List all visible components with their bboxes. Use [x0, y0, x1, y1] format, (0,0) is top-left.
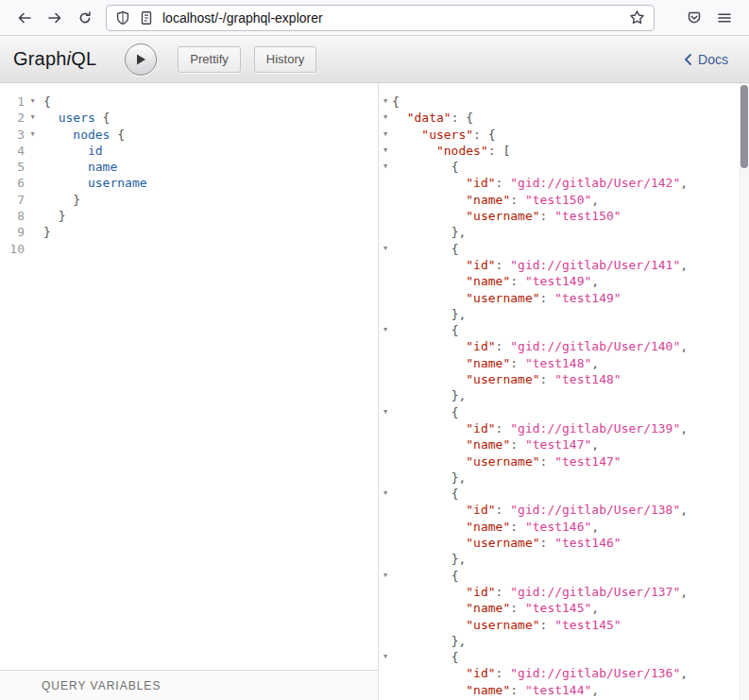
fold-gutter: [379, 208, 392, 224]
code-line: },: [379, 633, 749, 649]
code-text: id: [41, 143, 103, 159]
line-number: 3: [0, 127, 25, 143]
code-line: 4 id: [0, 143, 378, 159]
fold-gutter: [379, 257, 392, 273]
forward-arrow-icon: [47, 10, 62, 26]
code-line: "name": "test150",: [379, 192, 749, 208]
fold-arrow-icon[interactable]: ▼: [25, 110, 41, 126]
fold-arrow-icon[interactable]: ▼: [379, 159, 392, 175]
code-text: {: [392, 94, 400, 110]
fold-arrow-icon[interactable]: ▼: [379, 404, 392, 420]
fold-gutter: [379, 535, 392, 551]
code-text: "name": "test148",: [392, 355, 599, 371]
fold-gutter: [25, 159, 41, 175]
chevron-left-icon: [683, 53, 692, 66]
code-text: "id": "gid://gitlab/User/136",: [392, 665, 688, 681]
code-line: ▼ {: [379, 241, 749, 257]
fold-gutter: [379, 665, 392, 681]
forward-button[interactable]: [40, 3, 70, 33]
page-info-icon[interactable]: [139, 10, 154, 26]
query-pane: 1▼{2▼ users {3▼ nodes {4 id5 name6 usern…: [0, 83, 379, 700]
code-line: "username": "test150": [379, 208, 749, 224]
prettify-button[interactable]: Prettify: [178, 46, 240, 73]
code-text: users {: [41, 110, 110, 126]
code-line: ▼ {: [379, 486, 749, 502]
query-variables-bar[interactable]: QUERY VARIABLES: [0, 670, 378, 700]
code-line: 5 name: [0, 159, 378, 175]
fold-gutter: [25, 241, 41, 257]
fold-arrow-icon[interactable]: ▼: [379, 649, 392, 665]
line-number: 5: [0, 159, 25, 175]
fold-gutter: [379, 470, 392, 486]
fold-arrow-icon[interactable]: ▼: [379, 143, 392, 159]
fold-arrow-icon[interactable]: ▼: [379, 486, 392, 502]
code-text: "username": "test149": [392, 290, 621, 306]
line-number: 2: [0, 110, 25, 126]
bookmark-star-icon[interactable]: [629, 9, 645, 26]
scrollbar-thumb[interactable]: [740, 85, 748, 168]
code-line: "name": "test149",: [379, 273, 749, 289]
history-button[interactable]: History: [254, 46, 316, 73]
code-text: },: [392, 306, 466, 322]
pocket-button[interactable]: [679, 3, 709, 33]
code-text: "username": "test145": [392, 617, 621, 633]
fold-gutter: [379, 387, 392, 403]
code-line: "username": "test148": [379, 371, 749, 387]
code-line: "name": "test146",: [379, 519, 749, 535]
fold-gutter: [379, 371, 392, 387]
code-line: ▼ {: [379, 159, 749, 175]
code-line: "id": "gid://gitlab/User/141",: [379, 257, 749, 273]
fold-arrow-icon[interactable]: ▼: [379, 241, 392, 257]
code-line: },: [379, 224, 749, 240]
fold-gutter: [379, 519, 392, 535]
code-line: ▼ "data": {: [379, 110, 749, 126]
fold-arrow-icon[interactable]: ▼: [379, 322, 392, 338]
code-line: 9}: [0, 224, 378, 240]
url-bar[interactable]: localhost/-/graphql-explorer: [106, 5, 655, 31]
menu-button[interactable]: [709, 3, 740, 33]
fold-arrow-icon[interactable]: ▼: [25, 94, 41, 110]
code-line: 6 username: [0, 175, 378, 191]
fold-gutter: [379, 453, 392, 470]
code-line: "name": "test144",: [379, 682, 749, 698]
code-text: },: [392, 224, 466, 240]
fold-gutter: [25, 208, 41, 224]
result-viewer: ▼{▼ "data": {▼ "users": {▼ "nodes": [▼ {…: [379, 94, 749, 698]
code-text: "username": "test150": [392, 208, 621, 224]
workspace: 1▼{2▼ users {3▼ nodes {4 id5 name6 usern…: [0, 83, 749, 700]
reload-button[interactable]: [70, 3, 100, 33]
code-text: "id": "gid://gitlab/User/139",: [392, 420, 688, 436]
code-line: "id": "gid://gitlab/User/137",: [379, 584, 749, 600]
fold-arrow-icon[interactable]: ▼: [379, 568, 392, 584]
query-editor[interactable]: 1▼{2▼ users {3▼ nodes {4 id5 name6 usern…: [0, 83, 378, 670]
code-line: "name": "test147",: [379, 436, 749, 452]
line-number: 8: [0, 208, 25, 224]
code-text: name: [41, 159, 117, 175]
code-line: },: [379, 387, 749, 403]
fold-arrow-icon[interactable]: ▼: [379, 94, 392, 110]
fold-gutter: [379, 682, 392, 698]
code-line: "username": "test146": [379, 535, 749, 551]
code-text: "name": "test147",: [392, 436, 599, 452]
back-button[interactable]: [9, 3, 40, 33]
code-line: "username": "test147": [379, 453, 749, 470]
docs-link[interactable]: Docs: [683, 52, 736, 67]
code-line: "name": "test145",: [379, 600, 749, 616]
graphiql-logo: GraphiQL: [13, 48, 96, 70]
docs-label: Docs: [698, 52, 728, 67]
code-line: "id": "gid://gitlab/User/138",: [379, 502, 749, 518]
line-number: 6: [0, 175, 25, 191]
fold-gutter: [379, 633, 392, 649]
execute-query-button[interactable]: [125, 43, 157, 76]
fold-arrow-icon[interactable]: ▼: [379, 110, 392, 126]
code-text: {: [392, 486, 458, 502]
fold-arrow-icon[interactable]: ▼: [25, 127, 41, 143]
back-arrow-icon: [17, 10, 32, 26]
result-scrollbar[interactable]: [740, 83, 749, 700]
code-line: ▼ {: [379, 568, 749, 584]
code-line: ▼ {: [379, 322, 749, 338]
fold-arrow-icon[interactable]: ▼: [379, 127, 392, 143]
shield-icon[interactable]: [115, 10, 130, 26]
fold-gutter: [25, 192, 41, 208]
fold-gutter: [379, 224, 392, 240]
